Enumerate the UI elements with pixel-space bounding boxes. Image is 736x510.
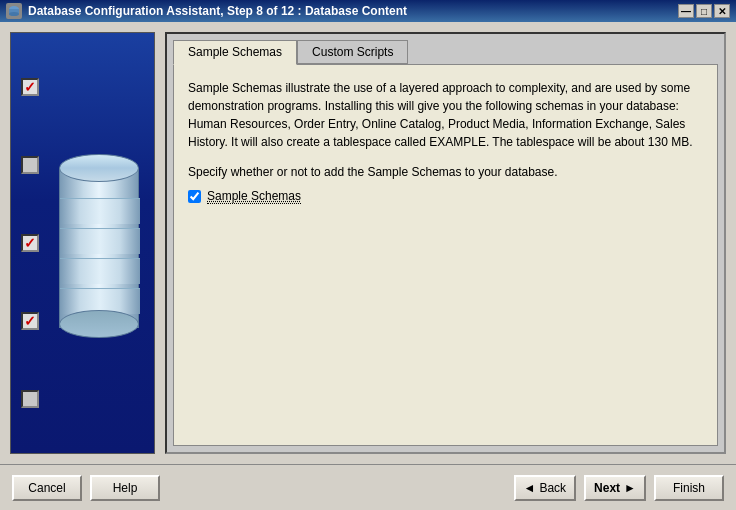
window-body: Sample Schemas Custom Scripts Sample Sch… <box>0 22 736 510</box>
cylinder-body <box>59 168 139 328</box>
cylinder-bottom <box>59 310 139 338</box>
description-text: Sample Schemas illustrate the use of a l… <box>188 79 703 151</box>
help-button[interactable]: Help <box>90 475 160 501</box>
disk-layer-3 <box>60 258 140 284</box>
tab-custom-scripts[interactable]: Custom Scripts <box>297 40 408 64</box>
titlebar: Database Configuration Assistant, Step 8… <box>0 0 736 22</box>
footer-left: Cancel Help <box>12 475 514 501</box>
cylinder-top <box>59 154 139 182</box>
back-arrow-icon: ◄ <box>524 481 536 495</box>
cancel-button[interactable]: Cancel <box>12 475 82 501</box>
sidebar-checkbox-2[interactable] <box>21 156 39 174</box>
sidebar-checkbox-1[interactable] <box>21 78 39 96</box>
close-button[interactable]: ✕ <box>714 4 730 18</box>
footer: Cancel Help ◄ Back Next ► Finish <box>0 464 736 510</box>
svg-point-2 <box>9 12 19 16</box>
main-panel: Sample Schemas Custom Scripts Sample Sch… <box>165 32 726 454</box>
sidebar-checkbox-5[interactable] <box>21 390 39 408</box>
sample-schemas-checkbox-row: Sample Schemas <box>188 189 703 204</box>
sidebar-checkbox-3[interactable] <box>21 234 39 252</box>
sidebar <box>10 32 155 454</box>
tabs-container: Sample Schemas Custom Scripts <box>167 34 724 64</box>
sidebar-checkboxes <box>21 33 39 453</box>
tab-content-sample-schemas: Sample Schemas illustrate the use of a l… <box>173 64 718 446</box>
finish-button[interactable]: Finish <box>654 475 724 501</box>
sample-schemas-checkbox[interactable] <box>188 190 201 203</box>
back-button[interactable]: ◄ Back <box>514 475 577 501</box>
maximize-button[interactable]: □ <box>696 4 712 18</box>
next-button[interactable]: Next ► <box>584 475 646 501</box>
content-area: Sample Schemas Custom Scripts Sample Sch… <box>0 22 736 464</box>
window-controls: — □ ✕ <box>678 4 730 18</box>
disk-layer-1 <box>60 198 140 224</box>
footer-right: ◄ Back Next ► Finish <box>514 475 724 501</box>
sidebar-checkbox-4[interactable] <box>21 312 39 330</box>
cylinder <box>59 148 139 338</box>
minimize-button[interactable]: — <box>678 4 694 18</box>
next-label: Next <box>594 481 620 495</box>
specify-text: Specify whether or not to add the Sample… <box>188 165 703 179</box>
sample-schemas-label[interactable]: Sample Schemas <box>207 189 301 204</box>
back-label: Back <box>539 481 566 495</box>
next-arrow-icon: ► <box>624 481 636 495</box>
app-icon <box>6 3 22 19</box>
database-graphic <box>54 133 144 353</box>
disk-layer-2 <box>60 228 140 254</box>
window-title: Database Configuration Assistant, Step 8… <box>28 4 678 18</box>
tab-sample-schemas[interactable]: Sample Schemas <box>173 40 297 65</box>
